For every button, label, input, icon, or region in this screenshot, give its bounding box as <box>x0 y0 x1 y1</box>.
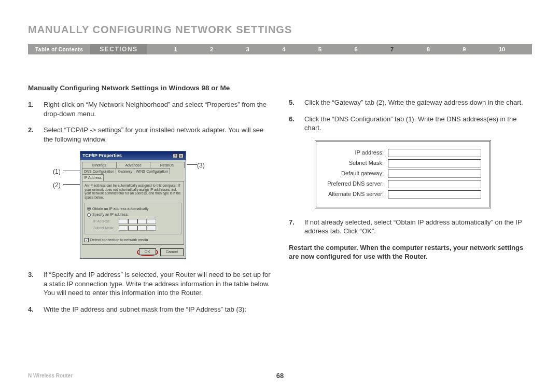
checkbox-icon: ✓ <box>85 238 89 242</box>
ip-address-label: IP Address: <box>93 219 117 224</box>
ip-settings-form: IP address: Subnet Mask: Default gateway… <box>315 140 491 208</box>
step-number: 4. <box>28 305 44 314</box>
step-1: 1. Right-click on “My Network Neighborho… <box>28 100 271 118</box>
step-number: 7. <box>289 218 304 236</box>
dialog-info-text: An IP address can be automatically assig… <box>85 184 181 200</box>
page-number: 68 <box>276 372 284 380</box>
help-icon[interactable]: ? <box>173 153 178 158</box>
tab-wins-configuration[interactable]: WINS Configuration <box>134 168 170 174</box>
form-row-subnet: Subnet Mask: <box>320 159 481 167</box>
page-footer: N Wireless Router 68 <box>28 373 532 379</box>
dialog-buttons: OK Cancel <box>80 246 186 258</box>
nav-section-9[interactable]: 9 <box>463 46 466 52</box>
nav-section-4[interactable]: 4 <box>282 46 285 52</box>
form-input-dns2[interactable] <box>388 190 481 199</box>
step-text: Select “TCP/IP -> settings” for your ins… <box>44 125 271 144</box>
form-input-ip[interactable] <box>388 149 481 157</box>
nav-section-5[interactable]: 5 <box>318 46 321 52</box>
tab-dns-configuration[interactable]: DNS Configuration <box>82 168 116 174</box>
radio-specify[interactable]: Specify an IP address: <box>87 212 179 217</box>
nav-section-8[interactable]: 8 <box>427 46 430 52</box>
callout-1: (1) <box>53 167 61 176</box>
form-row-dns1: Preferred DNS server: <box>320 180 481 188</box>
ok-button[interactable]: OK <box>139 248 156 255</box>
nav-section-10[interactable]: 10 <box>499 46 505 52</box>
ip-radio-group: Obtain an IP address automatically Speci… <box>85 203 181 234</box>
form-label: Alternate DNS server: <box>320 190 388 198</box>
step-3: 3. If “Specify and IP address” is select… <box>28 270 271 298</box>
tab-gateway[interactable]: Gateway <box>116 168 134 174</box>
form-row-ip: IP address: <box>320 149 481 157</box>
step-6: 6. Click the “DNS Configuration” tab (1)… <box>289 115 532 133</box>
step-text: Right-click on “My Network Neighborhood”… <box>44 100 271 118</box>
subnet-mask-row: Subnet Mask: <box>93 226 179 231</box>
nav-section-2[interactable]: 2 <box>210 46 213 52</box>
nav-sections-label: SECTIONS <box>90 44 147 54</box>
ip-address-row: IP Address: <box>93 219 179 224</box>
cancel-button[interactable]: Cancel <box>160 248 184 256</box>
step-number: 2. <box>28 125 44 144</box>
product-name: N Wireless Router <box>28 373 73 379</box>
dialog-titlebar: TCP/IP Properties ? x <box>80 151 186 160</box>
page-title: MANUALLY CONFIGURING NETWORK SETTINGS <box>28 24 532 36</box>
step-number: 5. <box>289 98 304 107</box>
form-label: Subnet Mask: <box>320 159 388 167</box>
form-input-subnet[interactable] <box>388 159 481 167</box>
form-label: IP address: <box>320 149 388 157</box>
tab-ip-address[interactable]: IP Address <box>82 174 104 180</box>
nav-section-7[interactable]: 7 <box>390 46 394 52</box>
detect-checkbox-row[interactable]: ✓ Detect connection to network media <box>85 237 181 242</box>
form-input-dns1[interactable] <box>388 180 481 188</box>
nav-section-6[interactable]: 6 <box>354 46 357 52</box>
left-column: Manually Configuring Network Settings in… <box>28 83 271 321</box>
form-label: Default gateway: <box>320 170 388 177</box>
section-navbar: Table of Contents SECTIONS 1 2 3 4 5 6 7… <box>28 44 532 54</box>
step-text: Write the IP address and subnet mask fro… <box>44 305 271 314</box>
dialog-tabs-row2: DNS Configuration Gateway WINS Configura… <box>80 168 186 181</box>
form-label: Preferred DNS server: <box>320 180 388 188</box>
callout-3: (3) <box>197 161 205 170</box>
step-7: 7. If not already selected, select “Obta… <box>289 218 532 236</box>
ok-highlight-ring: OK <box>137 248 158 256</box>
close-icon[interactable]: x <box>178 153 184 158</box>
radio-label: Obtain an IP address automatically <box>92 206 148 211</box>
step-number: 1. <box>28 100 44 118</box>
step-number: 3. <box>28 270 44 298</box>
nav-section-numbers: 1 2 3 4 5 6 7 8 9 10 <box>147 46 532 52</box>
step-number: 6. <box>289 115 304 133</box>
leader-line <box>187 164 197 165</box>
subheading: Manually Configuring Network Settings in… <box>28 83 271 93</box>
subnet-mask-input[interactable] <box>119 226 156 231</box>
step-4: 4. Write the IP address and subnet mask … <box>28 305 271 314</box>
form-input-gateway[interactable] <box>388 170 481 178</box>
radio-obtain-auto[interactable]: Obtain an IP address automatically <box>87 206 179 211</box>
subnet-mask-label: Subnet Mask: <box>93 226 117 231</box>
restart-note: Restart the computer. When the computer … <box>289 243 532 261</box>
step-text: If not already selected, select “Obtain … <box>304 218 532 236</box>
tcpip-dialog-illustration: (1) (2) (3) TCP/IP Properties ? x Bi <box>54 151 271 259</box>
ip-address-input[interactable] <box>119 219 156 224</box>
radio-label: Specify an IP address: <box>92 212 129 217</box>
nav-section-3[interactable]: 3 <box>246 46 249 52</box>
callout-2: (2) <box>53 181 61 189</box>
form-row-gateway: Default gateway: <box>320 170 481 178</box>
right-column: 5. Click the “Gateway” tab (2). Write th… <box>289 83 532 321</box>
tab-netbios[interactable]: NetBIOS <box>150 162 185 168</box>
radio-icon <box>87 207 91 211</box>
step-text: If “Specify and IP address” is selected,… <box>44 270 271 298</box>
tab-bindings[interactable]: Bindings <box>82 162 117 168</box>
step-text: Click the “Gateway” tab (2). Write the g… <box>304 98 532 107</box>
form-row-dns2: Alternate DNS server: <box>320 190 481 199</box>
tab-advanced[interactable]: Advanced <box>116 162 151 168</box>
step-2: 2. Select “TCP/IP -> settings” for your … <box>28 125 271 144</box>
nav-section-1[interactable]: 1 <box>174 46 177 52</box>
step-text: Click the “DNS Configuration” tab (1). W… <box>304 115 532 133</box>
dialog-title-text: TCP/IP Properties <box>82 152 122 159</box>
tcpip-properties-dialog: TCP/IP Properties ? x Bindings Advanced … <box>80 151 186 259</box>
radio-icon <box>87 213 91 217</box>
checkbox-label: Detect connection to network media <box>90 237 148 242</box>
nav-toc-link[interactable]: Table of Contents <box>28 47 90 52</box>
dialog-body: An IP address can be automatically assig… <box>82 181 184 245</box>
step-5: 5. Click the “Gateway” tab (2). Write th… <box>289 98 532 107</box>
dialog-tabs-row1: Bindings Advanced NetBIOS <box>80 160 186 168</box>
